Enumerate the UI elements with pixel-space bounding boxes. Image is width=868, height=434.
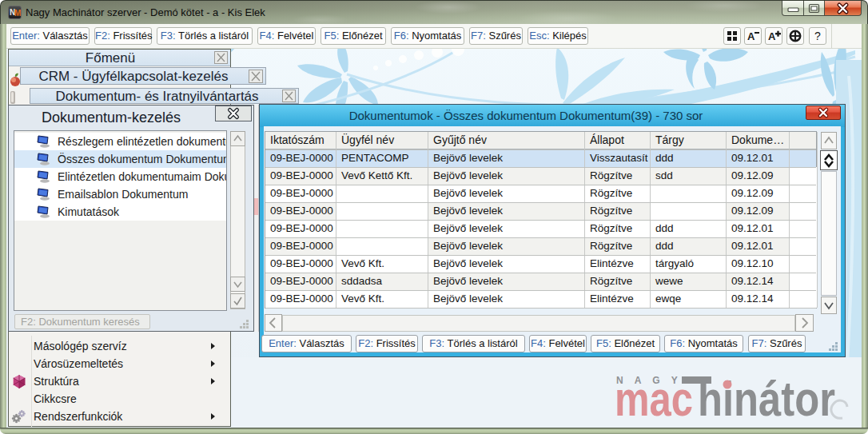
- svg-text:M: M: [14, 9, 21, 18]
- svg-text:hinátor: hinátor: [698, 371, 835, 426]
- svg-text:A: A: [747, 30, 755, 42]
- svg-text:A: A: [768, 30, 776, 42]
- svg-text:?: ?: [814, 30, 821, 42]
- svg-text:mac: mac: [615, 371, 693, 426]
